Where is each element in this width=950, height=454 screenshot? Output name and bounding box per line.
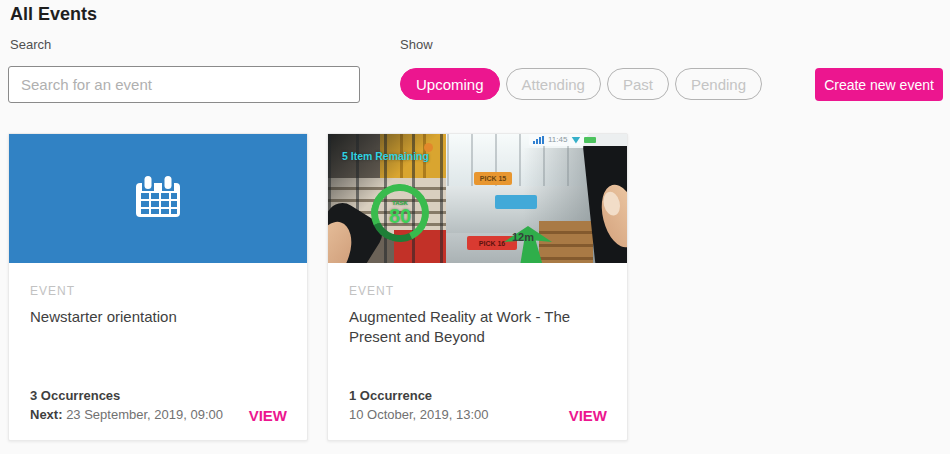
event-card-body: EVENT Augmented Reality at Work - The Pr… — [328, 263, 627, 440]
pick-tag-blue — [495, 195, 537, 209]
filter-pill-upcoming[interactable]: Upcoming — [400, 68, 500, 100]
filter-pill-group: Upcoming Attending Past Pending — [400, 68, 762, 100]
event-card-body: EVENT Newstarter orientation 3 Occurrenc… — [9, 263, 307, 440]
next-date-value: 10 October, 2019, 13:00 — [349, 407, 489, 422]
event-type-label: EVENT — [30, 284, 75, 298]
filter-pill-attending[interactable]: Attending — [506, 68, 601, 100]
filter-pill-pending[interactable]: Pending — [675, 68, 762, 100]
event-occurrences: 3 Occurrences — [30, 388, 120, 403]
ar-task-gauge: TASK 80 — [363, 176, 437, 250]
create-new-event-button[interactable]: Create new event — [815, 68, 943, 101]
search-label: Search — [10, 37, 51, 52]
calendar-icon — [134, 175, 182, 223]
page-title: All Events — [10, 4, 97, 25]
event-occurrences: 1 Occurrence — [349, 388, 432, 403]
event-card-augmented-reality: 11:45 5 Item Remaining TASK 80 PICK 15 P… — [327, 133, 628, 441]
all-events-page: { "page": { "title": "All Events", "back… — [0, 0, 950, 454]
show-filter-label: Show — [400, 37, 433, 52]
pick-tag-red: PICK 16 — [467, 236, 517, 250]
battery-icon — [584, 137, 596, 143]
status-time: 11:45 — [548, 136, 567, 144]
filter-pill-past[interactable]: Past — [607, 68, 669, 100]
gauge-value: 80 — [389, 206, 411, 226]
event-card-newstarter: EVENT Newstarter orientation 3 Occurrenc… — [8, 133, 308, 441]
wifi-icon — [571, 137, 580, 144]
event-next-date: Next: 23 September, 2019, 09:00 — [30, 407, 223, 422]
ar-distance-text: 12m — [512, 231, 534, 243]
ar-marker-dot — [424, 143, 433, 152]
signal-icon — [533, 136, 544, 144]
view-event-link[interactable]: VIEW — [569, 407, 607, 424]
ar-status-bar: 11:45 — [529, 134, 627, 146]
event-type-label: EVENT — [349, 284, 394, 298]
next-date-value: 23 September, 2019, 09:00 — [66, 407, 223, 422]
event-title: Augmented Reality at Work - The Present … — [349, 307, 599, 347]
pick-tag-orange: PICK 15 — [474, 172, 512, 185]
search-input[interactable] — [8, 66, 360, 103]
next-prefix: Next: — [30, 407, 66, 422]
event-card-header-photo: 11:45 5 Item Remaining TASK 80 PICK 15 P… — [328, 134, 627, 263]
event-card-header-calendar — [9, 134, 307, 263]
ar-items-remaining-text: 5 Item Remaining — [342, 150, 429, 162]
event-title: Newstarter orientation — [30, 307, 279, 327]
view-event-link[interactable]: VIEW — [249, 407, 287, 424]
event-next-date: 10 October, 2019, 13:00 — [349, 407, 489, 422]
